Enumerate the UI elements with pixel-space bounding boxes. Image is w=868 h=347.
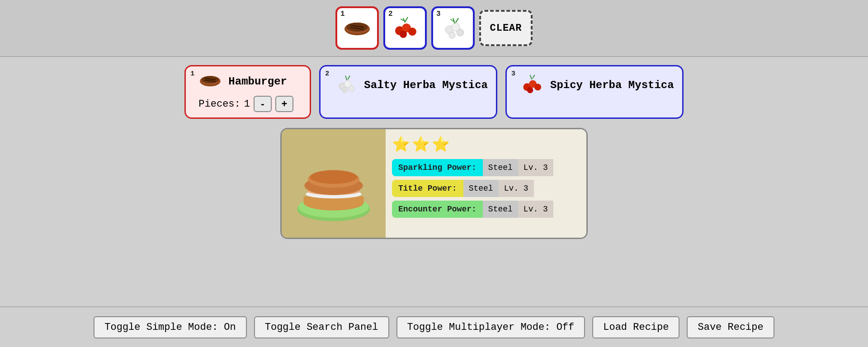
clear-button[interactable]: CLEAR <box>479 10 533 46</box>
result-info: ⭐ ⭐ ⭐ Sparkling Power: Steel Lv. 3 Title… <box>386 129 586 238</box>
toggle-simple-mode-button[interactable]: Toggle Simple Mode: On <box>94 316 246 338</box>
ingredient-slot-3[interactable]: 3 <box>431 6 475 50</box>
pieces-row: Pieces: 1 - + <box>194 96 302 112</box>
card-number-2: 2 <box>325 70 329 78</box>
card-3-content: Spicy Herba Mystica <box>515 72 674 98</box>
salty-herba-icon <box>391 14 420 42</box>
svg-line-34 <box>530 75 532 80</box>
svg-line-10 <box>405 17 408 22</box>
ingredient-slot-2[interactable]: 2 <box>383 6 427 50</box>
pieces-value: 1 <box>244 98 250 110</box>
card-3-name: Spicy Herba Mystica <box>550 79 674 91</box>
svg-point-21 <box>202 76 219 83</box>
pieces-plus-button[interactable]: + <box>275 96 293 112</box>
svg-point-32 <box>534 84 541 90</box>
slot-number-2: 2 <box>388 10 393 18</box>
spicy-herba-card-icon <box>519 72 544 98</box>
pieces-label: Pieces: <box>198 98 240 110</box>
power-1-type: Steel <box>483 159 518 176</box>
spicy-herba-icon <box>439 14 467 42</box>
power-2-level: Lv. 3 <box>499 180 534 197</box>
load-recipe-button[interactable]: Load Recipe <box>592 316 679 338</box>
svg-point-33 <box>527 87 533 94</box>
power-2-type: Steel <box>463 180 499 197</box>
result-card: ⭐ ⭐ ⭐ Sparkling Power: Steel Lv. 3 Title… <box>280 128 588 239</box>
card-1-content: Hamburger <box>194 72 302 91</box>
bottom-bar: Toggle Simple Mode: On Toggle Search Pan… <box>0 306 868 347</box>
power-3-type: Steel <box>483 201 518 218</box>
ingredient-card-2: 2 Salty Herba Mystica <box>319 65 497 119</box>
power-row-2: Title Power: Steel Lv. 3 <box>392 180 580 197</box>
power-1-label: Sparkling Power: <box>392 159 483 176</box>
top-bar: 1 2 3 <box>0 0 868 57</box>
slot-number-1: 1 <box>340 10 345 18</box>
card-2-name: Salty Herba Mystica <box>364 79 488 91</box>
svg-point-27 <box>342 88 348 93</box>
result-image <box>282 129 386 238</box>
svg-point-7 <box>408 28 416 36</box>
sandwich-svg <box>291 141 377 226</box>
card-1-name: Hamburger <box>228 75 287 88</box>
power-3-level: Lv. 3 <box>518 201 553 218</box>
ingredient-card-3: 3 Spicy Herba Mystica <box>505 65 684 119</box>
power-row-1: Sparkling Power: Steel Lv. 3 <box>392 159 580 176</box>
svg-point-14 <box>457 29 464 36</box>
stars-row: ⭐ ⭐ ⭐ <box>392 136 580 154</box>
star-3: ⭐ <box>432 136 450 154</box>
svg-line-35 <box>533 75 535 79</box>
power-2-label: Title Power: <box>392 180 463 197</box>
power-row-3: Encounter Power: Steel Lv. 3 <box>392 201 580 218</box>
svg-line-28 <box>345 75 347 80</box>
svg-point-8 <box>400 31 407 38</box>
svg-point-15 <box>449 32 455 38</box>
svg-point-2 <box>346 23 368 32</box>
svg-line-16 <box>453 18 455 23</box>
pieces-minus-button[interactable]: - <box>254 96 272 112</box>
svg-line-29 <box>348 75 350 79</box>
ingredient-card-1: 1 Hamburger Pieces: 1 - + <box>184 65 311 119</box>
result-area: ⭐ ⭐ ⭐ Sparkling Power: Steel Lv. 3 Title… <box>0 123 868 244</box>
svg-point-44 <box>310 170 358 184</box>
ingredient-cards-area: 1 Hamburger Pieces: 1 - + 2 <box>0 57 868 123</box>
hamburger-patty-icon <box>343 18 372 38</box>
slot-number-3: 3 <box>436 10 441 18</box>
hamburger-card-icon <box>198 72 222 91</box>
svg-point-26 <box>349 85 355 92</box>
save-recipe-button[interactable]: Save Recipe <box>687 316 774 338</box>
card-number-1: 1 <box>190 70 194 78</box>
power-1-level: Lv. 3 <box>518 159 553 176</box>
card-number-3: 3 <box>511 70 515 78</box>
card-2-content: Salty Herba Mystica <box>329 72 488 98</box>
toggle-search-panel-button[interactable]: Toggle Search Panel <box>254 316 389 338</box>
salty-herba-card-icon <box>333 72 358 98</box>
power-3-label: Encounter Power: <box>392 201 483 218</box>
star-2: ⭐ <box>412 136 430 154</box>
svg-line-17 <box>456 18 458 23</box>
star-1: ⭐ <box>392 136 410 154</box>
toggle-multiplayer-mode-button[interactable]: Toggle Multiplayer Mode: Off <box>396 316 585 338</box>
ingredient-slot-1[interactable]: 1 <box>335 6 379 50</box>
